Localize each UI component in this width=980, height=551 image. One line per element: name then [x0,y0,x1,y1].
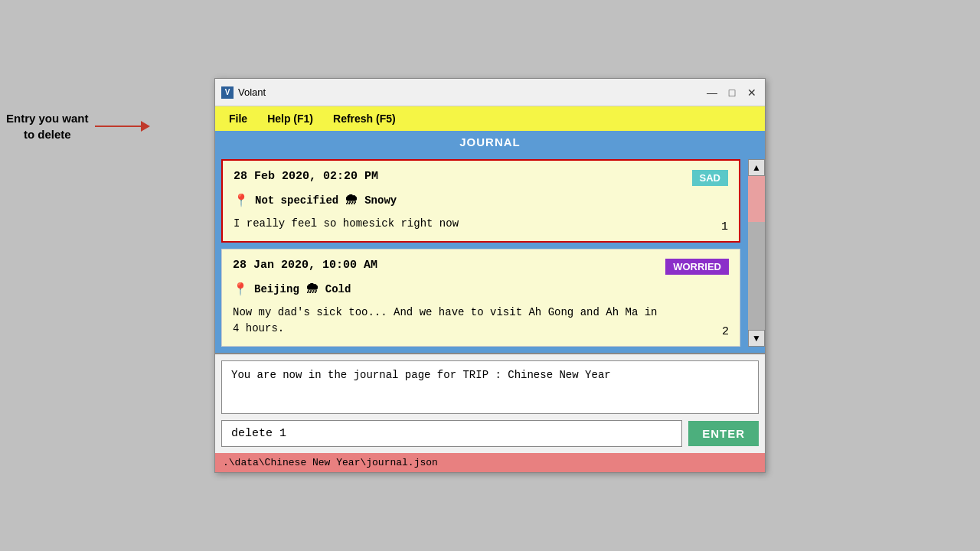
entry-number-2: 2 [722,325,729,338]
scroll-down-button[interactable]: ▼ [748,330,765,347]
tab-bar: JOURNAL [215,131,765,153]
scroll-thumb[interactable] [748,176,765,222]
title-bar-left: Volant [221,86,266,99]
status-box: You are now in the journal page for TRIP… [221,360,759,414]
menu-file[interactable]: File [220,109,256,128]
mood-badge-2: WORRIED [665,259,729,275]
scroll-track [748,176,765,330]
entry-card-2[interactable]: 28 Jan 2020, 10:00 AM WORRIED 📍 Beijing … [221,249,740,347]
title-bar: Volant — □ ✕ [215,79,765,106]
weather-text-1: Snowy [364,194,397,207]
entry-location-2: 📍 Beijing 🌨 Cold [233,281,729,297]
filepath-text: .\data\Chinese New Year\journal.json [223,457,438,468]
scroll-up-button[interactable]: ▲ [748,159,765,176]
entry-text-2: Now my dad's sick too... And we have to … [233,305,729,337]
weather-icon-2: 🌨 [305,281,319,297]
entries-container: 28 Feb 2020, 02:20 PM SAD 📍 Not specifie… [221,159,740,347]
main-window: Volant — □ ✕ File Help (F1) Refresh (F5)… [214,78,766,473]
pin-icon-1: 📍 [234,193,249,208]
annotation-arrow [95,121,150,132]
mood-badge-1: SAD [692,170,728,186]
menu-refresh[interactable]: Refresh (F5) [324,109,405,128]
entry-date-1: 28 Feb 2020, 02:20 PM [234,170,378,183]
weather-text-2: Cold [325,283,351,295]
entry-number-1: 1 [721,220,728,233]
entry-card-1[interactable]: 28 Feb 2020, 02:20 PM SAD 📍 Not specifie… [221,159,740,243]
status-section: You are now in the journal page for TRIP… [215,353,765,453]
status-message: You are now in the journal page for TRIP… [231,369,611,381]
input-row: ENTER [221,420,759,447]
location-text-1: Not specified [255,194,338,207]
journal-area: ▲ 28 Feb 2020, 02:20 PM SAD 📍 Not specif… [215,153,765,353]
app-icon [221,86,234,99]
tab-journal[interactable]: JOURNAL [436,131,544,153]
window-title: Volant [238,86,266,98]
enter-button[interactable]: ENTER [688,421,759,446]
arrow-line [95,126,141,127]
entry-header-1: 28 Feb 2020, 02:20 PM SAD [234,170,728,186]
weather-icon-1: 🌨 [345,192,358,208]
entry-header-2: 28 Jan 2020, 10:00 AM WORRIED [233,259,729,275]
annotation-text: Entry you wantto delete [0,107,95,145]
pin-icon-2: 📍 [233,282,248,297]
entry-location-1: 📍 Not specified 🌨 Snowy [234,192,728,208]
title-bar-controls: — □ ✕ [705,86,759,99]
minimize-button[interactable]: — [705,86,719,99]
entry-text-1: I really feel so homesick right now [234,216,728,232]
close-button[interactable]: ✕ [745,86,759,99]
menu-help[interactable]: Help (F1) [258,109,322,128]
menu-bar: File Help (F1) Refresh (F5) [215,106,765,131]
location-text-2: Beijing [254,283,299,295]
filepath-bar: .\data\Chinese New Year\journal.json [215,453,765,472]
arrow-head [141,121,150,132]
maximize-button[interactable]: □ [725,86,739,99]
annotation: Entry you wantto delete [0,107,150,145]
command-input[interactable] [221,420,682,447]
entry-date-2: 28 Jan 2020, 10:00 AM [233,259,377,272]
